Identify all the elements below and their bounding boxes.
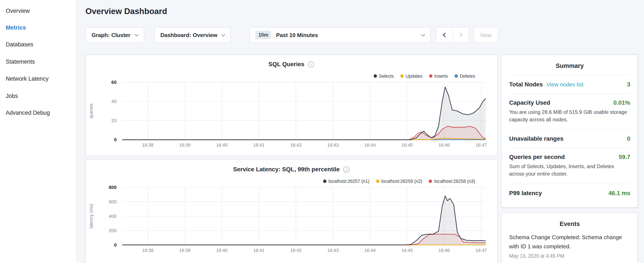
legend-dot	[323, 180, 326, 183]
svg-text:800: 800	[109, 185, 116, 190]
svg-text:16:40: 16:40	[216, 143, 228, 148]
svg-text:16:42: 16:42	[290, 248, 302, 253]
toolbar: Graph: Cluster Dashboard: Overview 10m P…	[86, 27, 498, 43]
svg-text:60: 60	[112, 80, 117, 85]
chevron-down-icon	[421, 32, 425, 36]
sidebar-item-jobs[interactable]: Jobs	[0, 87, 76, 104]
svg-text:16:41: 16:41	[253, 248, 264, 253]
summary-value: 0	[627, 135, 630, 142]
summary-row-p99-latency: P99 latency46.1 ms	[509, 183, 630, 202]
page-title: Overview Dashboard	[86, 7, 167, 16]
sql-queries-chart-card: SQL Queries SelectsUpdatesInsertsDeletes…	[86, 55, 497, 156]
time-range-picker[interactable]: 10m Past 10 Minutes	[250, 27, 431, 43]
summary-row-capacity-used: Capacity Used0.01%You are using 28.6 MiB…	[509, 93, 630, 129]
chart-canvas-sql-queries: 16:3816:3916:4016:4116:4216:4316:4416:45…	[86, 78, 497, 153]
svg-text:40: 40	[112, 99, 117, 104]
event-message: Schema Change Completed: Schema change w…	[509, 233, 630, 251]
summary-label: P99 latency	[509, 190, 542, 196]
time-next-button[interactable]	[453, 28, 469, 42]
legend-dot	[400, 75, 403, 78]
svg-text:16:44: 16:44	[364, 248, 376, 253]
svg-text:16:47: 16:47	[476, 248, 487, 253]
legend-dot	[374, 75, 377, 78]
svg-text:600: 600	[109, 199, 116, 204]
svg-text:16:45: 16:45	[402, 143, 413, 148]
chart-header: Service Latency: SQL, 99th percentile	[86, 166, 497, 173]
chart-plot: 16:3816:3916:4016:4116:4216:4316:4416:45…	[86, 78, 497, 153]
summary-row-total-nodes: Total NodesView nodes list3	[509, 75, 630, 93]
legend-dot	[429, 75, 432, 78]
dashboard-label: Dashboard: Overview	[160, 32, 217, 38]
dashboard-dropdown[interactable]: Dashboard: Overview	[154, 27, 231, 43]
summary-title: Summary	[502, 55, 638, 75]
svg-text:16:38: 16:38	[142, 248, 154, 253]
sidebar: OverviewMetricsDatabasesStatementsNetwor…	[0, 0, 76, 263]
now-button[interactable]: Now	[474, 27, 498, 43]
svg-text:0: 0	[114, 137, 116, 142]
summary-rows: Total NodesView nodes list3Capacity Used…	[509, 75, 630, 202]
summary-label: Unavailable ranges	[509, 135, 564, 142]
svg-text:latency (ms): latency (ms)	[89, 204, 94, 228]
time-range-badge: 10m	[256, 31, 271, 39]
graph-scope-label: Graph: Cluster	[92, 32, 130, 38]
event-item: Schema Change Completed: Schema change w…	[509, 231, 630, 260]
svg-text:16:45: 16:45	[402, 248, 413, 253]
chart-plot: 16:3816:3916:4016:4116:4216:4316:4416:45…	[86, 183, 497, 258]
summary-value: 0.01%	[614, 99, 630, 106]
svg-text:20: 20	[112, 118, 117, 123]
svg-text:16:42: 16:42	[290, 143, 302, 148]
time-prev-button[interactable]	[436, 28, 453, 42]
svg-text:16:44: 16:44	[364, 143, 376, 148]
chevron-right-icon	[458, 33, 463, 37]
svg-text:16:43: 16:43	[328, 248, 339, 253]
summary-value: 3	[627, 81, 630, 87]
summary-value: 46.1 ms	[608, 190, 630, 196]
svg-text:0: 0	[114, 242, 116, 248]
svg-text:200: 200	[109, 228, 116, 233]
svg-text:16:41: 16:41	[253, 143, 264, 148]
svg-text:16:39: 16:39	[179, 143, 190, 148]
chevron-down-icon	[221, 32, 225, 36]
svg-text:queries: queries	[89, 104, 94, 119]
legend-dot	[454, 75, 458, 78]
sidebar-item-metrics[interactable]: Metrics	[0, 19, 76, 36]
events-panel: Events Schema Change Completed: Schema c…	[502, 213, 638, 263]
legend-dot	[429, 180, 432, 183]
event-timestamp: May 13, 2020 at 4:45 PM	[509, 251, 630, 259]
time-nav-group	[436, 27, 470, 43]
graph-scope-dropdown[interactable]: Graph: Cluster	[86, 27, 144, 43]
summary-desc: Sum of Selects, Updates, Inserts, and De…	[509, 160, 630, 178]
summary-label: Total Nodes	[509, 81, 543, 87]
svg-text:16:46: 16:46	[438, 143, 450, 148]
chart-title: Service Latency: SQL, 99th percentile	[233, 166, 340, 173]
sidebar-item-overview[interactable]: Overview	[0, 2, 76, 19]
sidebar-item-network-latency[interactable]: Network Latency	[0, 70, 76, 87]
events-title: Events	[502, 213, 638, 231]
summary-desc: You are using 28.6 MiB of 515.9 GiB usab…	[509, 106, 630, 123]
summary-value: 59.7	[619, 154, 630, 160]
svg-text:400: 400	[109, 214, 116, 219]
legend-dot	[376, 180, 379, 183]
svg-text:16:47: 16:47	[476, 143, 487, 148]
summary-label: Queries per second	[509, 154, 565, 160]
svg-text:16:46: 16:46	[438, 248, 450, 253]
chevron-left-icon	[443, 33, 448, 37]
view-nodes-link[interactable]: View nodes list	[546, 81, 583, 87]
info-icon[interactable]	[308, 61, 314, 67]
time-range-label: Past 10 Minutes	[276, 32, 417, 38]
sidebar-item-statements[interactable]: Statements	[0, 53, 76, 70]
sidebar-item-databases[interactable]: Databases	[0, 36, 76, 53]
chart-title: SQL Queries	[268, 61, 304, 68]
svg-text:16:38: 16:38	[142, 143, 154, 148]
svg-text:16:43: 16:43	[328, 143, 339, 148]
events-list: Schema Change Completed: Schema change w…	[502, 231, 638, 260]
summary-panel: Summary Total NodesView nodes list3Capac…	[502, 55, 638, 207]
sidebar-item-advanced-debug[interactable]: Advanced Debug	[0, 104, 76, 121]
summary-row-unavailable-ranges: Unavailable ranges0	[509, 129, 630, 148]
svg-text:16:40: 16:40	[216, 248, 228, 253]
summary-row-queries-per-second: Queries per second59.7Sum of Selects, Up…	[509, 148, 630, 184]
chevron-down-icon	[134, 32, 138, 36]
info-icon[interactable]	[343, 166, 350, 172]
chart-header: SQL Queries	[86, 61, 497, 68]
chart-canvas-service-latency: 16:3816:3916:4016:4116:4216:4316:4416:45…	[86, 183, 497, 258]
